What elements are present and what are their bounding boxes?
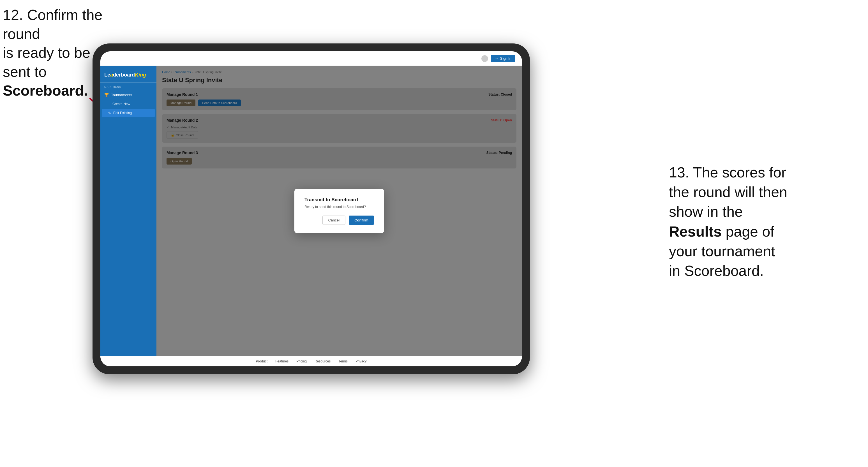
footer-link-privacy[interactable]: Privacy: [355, 360, 366, 363]
modal-title: Transmit to Scoreboard: [305, 197, 374, 203]
sidebar-logo: LeaderboardKing: [100, 69, 156, 83]
footer-link-product[interactable]: Product: [256, 360, 268, 363]
footer-link-resources[interactable]: Resources: [315, 360, 331, 363]
sign-in-label: Sign In: [500, 56, 512, 61]
content-area: Home › Tournaments › State U Spring Invi…: [156, 66, 522, 356]
modal-overlay: Transmit to Scoreboard Ready to send thi…: [156, 66, 522, 356]
create-new-label: Create New: [113, 102, 130, 106]
annotation-line2: is ready to be sent to: [3, 44, 90, 80]
sign-in-icon: →: [495, 56, 498, 61]
sidebar-item-edit-existing[interactable]: ✎ Edit Existing: [102, 109, 155, 117]
footer-link-terms[interactable]: Terms: [338, 360, 348, 363]
modal-actions: Cancel Confirm: [305, 216, 374, 225]
edit-existing-label: Edit Existing: [113, 111, 132, 115]
annotation-right-line5: your tournament: [669, 243, 775, 259]
tournaments-label: Tournaments: [111, 93, 132, 97]
sidebar-item-tournaments[interactable]: 🏆 Tournaments: [100, 90, 156, 100]
tablet-shell: → Sign In LeaderboardKing MAIN MENU 🏆: [93, 43, 530, 374]
user-icon: [482, 55, 488, 62]
sidebar: LeaderboardKing MAIN MENU 🏆 Tournaments …: [100, 66, 156, 356]
annotation-right-line6: in Scoreboard.: [669, 263, 764, 279]
footer-link-features[interactable]: Features: [275, 360, 288, 363]
footer-link-pricing[interactable]: Pricing: [296, 360, 307, 363]
top-nav: → Sign In: [100, 51, 522, 66]
annotation-right-rest: page of: [722, 223, 774, 240]
footer: ProductFeaturesPricingResourcesTermsPriv…: [100, 356, 522, 366]
modal-confirm-button[interactable]: Confirm: [349, 216, 374, 225]
modal-subtitle: Ready to send this round to Scoreboard?: [305, 205, 374, 209]
annotation-right-line1: 13. The scores for: [669, 164, 786, 181]
annotation-right: 13. The scores for the round will then s…: [669, 163, 865, 281]
plus-icon: +: [108, 102, 110, 106]
sign-in-button[interactable]: → Sign In: [491, 55, 515, 62]
annotation-right-bold: Results: [669, 223, 722, 240]
tablet-screen: → Sign In LeaderboardKing MAIN MENU 🏆: [100, 51, 522, 366]
modal-cancel-button[interactable]: Cancel: [322, 216, 345, 225]
annotation-right-line2: the round will then: [669, 184, 787, 200]
edit-icon: ✎: [108, 111, 111, 115]
trophy-icon: 🏆: [104, 93, 109, 97]
annotation-right-line3: show in the: [669, 204, 743, 220]
sidebar-item-create-new[interactable]: + Create New: [100, 100, 156, 108]
app-container: → Sign In LeaderboardKing MAIN MENU 🏆: [100, 51, 522, 366]
main-menu-label: MAIN MENU: [100, 86, 156, 90]
annotation-line1: 12. Confirm the round: [3, 7, 103, 42]
main-area: LeaderboardKing MAIN MENU 🏆 Tournaments …: [100, 66, 522, 356]
transmit-modal: Transmit to Scoreboard Ready to send thi…: [294, 189, 384, 233]
logo-text: LeaderboardKing: [104, 72, 153, 78]
annotation-line3: Scoreboard.: [3, 83, 88, 99]
